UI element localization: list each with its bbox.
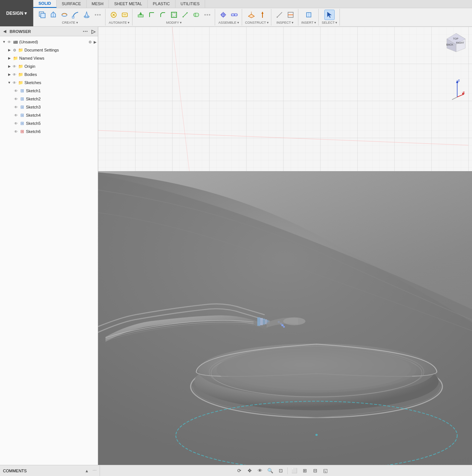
svg-point-66 xyxy=(315,434,318,436)
origin-expand[interactable]: ▶ xyxy=(7,64,12,69)
modify-label[interactable]: MODIFY ▾ xyxy=(166,21,182,24)
tree-item-sketch6[interactable]: 👁 ⊞ Sketch6 xyxy=(0,127,98,136)
sketch2-eye[interactable]: 👁 xyxy=(13,96,19,101)
comments-options-icon[interactable]: ⋯ xyxy=(93,468,97,473)
svg-rect-41 xyxy=(13,41,15,41)
fit-tool[interactable]: ⊡ xyxy=(276,466,285,475)
tab-solid[interactable]: SOLID xyxy=(33,0,57,8)
assemble-label[interactable]: ASSEMBLE ▾ xyxy=(218,21,239,24)
revolve-icon[interactable] xyxy=(59,10,70,20)
inspect-label[interactable]: INSPECT ▾ xyxy=(277,21,294,24)
construct-plane-icon[interactable] xyxy=(246,10,257,20)
select-label[interactable]: SELECT ▾ xyxy=(322,21,337,24)
construct-axis-icon[interactable] xyxy=(257,10,268,20)
grid-tool[interactable]: ⊞ xyxy=(300,466,309,475)
sketch6-eye[interactable]: 👁 xyxy=(13,129,19,134)
root-settings[interactable]: ⚙ xyxy=(87,39,93,44)
automate2-icon[interactable] xyxy=(120,10,130,20)
tree-item-sketch4[interactable]: 👁 ⊞ Sketch4 xyxy=(0,111,98,119)
view-cube[interactable]: RIGHT TOP BACK xyxy=(443,30,469,56)
sketch3-icon: ⊞ xyxy=(19,104,25,110)
new-body-icon[interactable] xyxy=(37,10,47,20)
browser-options-icon[interactable]: ⋯ xyxy=(83,29,88,34)
fillet-icon[interactable] xyxy=(147,10,157,20)
insert-derive-icon[interactable] xyxy=(304,10,314,20)
appearance-tool[interactable]: ◱ xyxy=(321,466,330,475)
tree-item-sketches[interactable]: ▼ 👁 📁 Sketches xyxy=(0,79,98,87)
svg-marker-7 xyxy=(85,12,88,17)
tree-item-sketch1[interactable]: 👁 ⊞ Sketch1 xyxy=(0,87,98,95)
comments-section[interactable]: COMMENTS ▲ ⋯ xyxy=(0,465,100,476)
doc-settings-expand[interactable]: ▶ xyxy=(7,47,12,53)
design-dropdown[interactable]: DESIGN ▾ xyxy=(0,0,33,26)
root-eye[interactable]: 👁 xyxy=(7,39,12,44)
construct-label[interactable]: CONSTRUCT ▾ xyxy=(245,21,269,24)
select-icons xyxy=(324,10,335,20)
orbit-tool[interactable]: ⟳ xyxy=(235,466,244,475)
zoom-tool[interactable]: 🔍 xyxy=(266,466,275,475)
tab-utilities[interactable]: UTILITIES xyxy=(175,0,205,8)
svg-rect-26 xyxy=(231,14,234,16)
combine-icon[interactable] xyxy=(191,10,201,20)
joint-icon[interactable] xyxy=(218,10,228,20)
chamfer-icon[interactable] xyxy=(158,10,168,20)
insert-group: INSERT ▾ xyxy=(299,9,319,26)
named-views-expand[interactable]: ▶ xyxy=(7,56,12,61)
press-pull-icon[interactable] xyxy=(135,10,146,20)
display-mode-tool[interactable]: ⬜ xyxy=(290,466,299,475)
create-label[interactable]: CREATE ▾ xyxy=(62,21,78,24)
automate-label[interactable]: AUTOMATE ▾ xyxy=(109,21,130,24)
sketches-expand[interactable]: ▼ xyxy=(7,80,12,85)
extrude-icon[interactable] xyxy=(48,10,58,20)
tree-item-origin[interactable]: ▶ 👁 📁 Origin xyxy=(0,62,98,70)
svg-point-64 xyxy=(222,348,411,390)
inspect-section-icon[interactable] xyxy=(285,10,296,20)
tab-sheet-metal[interactable]: SHEET METAL xyxy=(109,0,147,8)
browser-panel: ◀ BROWSER ⋯ ▷ ▼ 👁 (Unsaved) ⚙ ▶ ▶ ⚙ xyxy=(0,27,98,465)
sketch4-eye[interactable]: 👁 xyxy=(13,113,19,118)
view-layout-tool[interactable]: ⊟ xyxy=(311,466,319,475)
sketch3-eye[interactable]: 👁 xyxy=(13,104,19,110)
tree-item-sketch2[interactable]: 👁 ⊞ Sketch2 xyxy=(0,95,98,103)
bodies-expand[interactable]: ▶ xyxy=(7,72,12,77)
scale-icon[interactable] xyxy=(180,10,190,20)
tree-item-named-views[interactable]: ▶ 📁 Named Views xyxy=(0,54,98,62)
tab-plastic[interactable]: PLASTIC xyxy=(148,0,175,8)
tab-mesh[interactable]: MESH xyxy=(87,0,109,8)
sweep-icon[interactable] xyxy=(70,10,81,20)
tree-item-sketch3[interactable]: 👁 ⊞ Sketch3 xyxy=(0,103,98,111)
tab-surface[interactable]: SURFACE xyxy=(57,0,87,8)
named-views-folder: 📁 xyxy=(13,55,19,61)
tree-item-doc-settings[interactable]: ▶ ⚙ 📁 Document Settings xyxy=(0,46,98,54)
sketches-eye[interactable]: 👁 xyxy=(12,80,17,85)
bodies-eye[interactable]: 👁 xyxy=(12,72,17,77)
sketch1-eye[interactable]: 👁 xyxy=(13,88,19,93)
status-bar: COMMENTS ▲ ⋯ ⟳ ✥ 👁 🔍 ⊡ ⬜ ⊞ ⊟ ◱ xyxy=(0,465,472,476)
browser-expand-icon[interactable]: ▷ xyxy=(91,29,96,34)
sketch5-eye[interactable]: 👁 xyxy=(13,121,19,126)
loft-icon[interactable] xyxy=(81,10,92,20)
origin-eye[interactable]: 👁 xyxy=(12,64,17,69)
pan-tool[interactable]: ✥ xyxy=(245,466,254,475)
insert-label[interactable]: INSERT ▾ xyxy=(301,21,316,24)
viewport[interactable]: RIGHT TOP BACK Z X xyxy=(98,27,472,465)
create-more-icon[interactable] xyxy=(93,10,103,20)
automate-icons xyxy=(108,10,130,20)
select-cursor-icon[interactable] xyxy=(324,10,335,20)
comments-expand-icon[interactable]: ▲ xyxy=(85,469,89,473)
modify-icons xyxy=(135,10,212,20)
automate-icon[interactable] xyxy=(108,10,119,20)
doc-settings-gear[interactable]: ⚙ xyxy=(12,47,17,53)
modify-more-icon[interactable] xyxy=(202,10,212,20)
tree-item-bodies[interactable]: ▶ 👁 📁 Bodies xyxy=(0,70,98,79)
shell-icon[interactable] xyxy=(169,10,179,20)
look-at-tool[interactable]: 👁 xyxy=(255,466,264,475)
root-expand[interactable]: ▼ xyxy=(1,39,7,44)
root-more[interactable]: ▶ xyxy=(93,39,98,44)
browser-collapse-btn[interactable]: ◀ xyxy=(2,29,7,34)
tree-item-sketch5[interactable]: 👁 ⊞ Sketch5 xyxy=(0,119,98,127)
svg-text:X: X xyxy=(463,91,465,94)
motion-link-icon[interactable] xyxy=(229,10,240,20)
tree-item-root[interactable]: ▼ 👁 (Unsaved) ⚙ ▶ xyxy=(0,38,98,46)
measure-icon[interactable] xyxy=(274,10,285,20)
